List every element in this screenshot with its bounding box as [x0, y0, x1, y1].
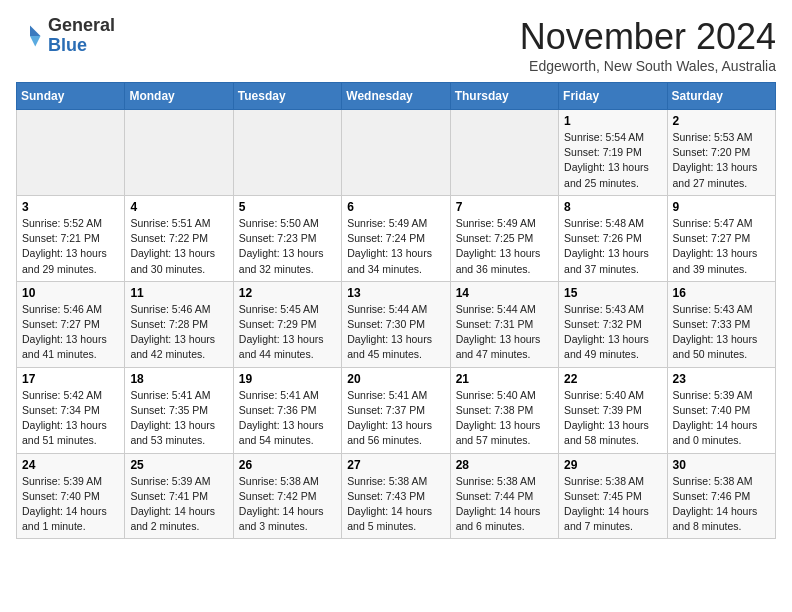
- calendar-cell: 14Sunrise: 5:44 AMSunset: 7:31 PMDayligh…: [450, 281, 558, 367]
- calendar-cell: 27Sunrise: 5:38 AMSunset: 7:43 PMDayligh…: [342, 453, 450, 539]
- day-info: Sunrise: 5:49 AMSunset: 7:25 PMDaylight:…: [456, 216, 553, 277]
- calendar-cell: 15Sunrise: 5:43 AMSunset: 7:32 PMDayligh…: [559, 281, 667, 367]
- day-info: Sunrise: 5:38 AMSunset: 7:42 PMDaylight:…: [239, 474, 336, 535]
- logo-text: General Blue: [48, 16, 115, 56]
- logo: General Blue: [16, 16, 115, 56]
- calendar-cell: 30Sunrise: 5:38 AMSunset: 7:46 PMDayligh…: [667, 453, 775, 539]
- day-info: Sunrise: 5:53 AMSunset: 7:20 PMDaylight:…: [673, 130, 770, 191]
- calendar-cell: [342, 110, 450, 196]
- calendar-cell: 13Sunrise: 5:44 AMSunset: 7:30 PMDayligh…: [342, 281, 450, 367]
- day-info: Sunrise: 5:46 AMSunset: 7:28 PMDaylight:…: [130, 302, 227, 363]
- day-of-week-header: Wednesday: [342, 83, 450, 110]
- day-info: Sunrise: 5:46 AMSunset: 7:27 PMDaylight:…: [22, 302, 119, 363]
- calendar-cell: 20Sunrise: 5:41 AMSunset: 7:37 PMDayligh…: [342, 367, 450, 453]
- day-info: Sunrise: 5:42 AMSunset: 7:34 PMDaylight:…: [22, 388, 119, 449]
- calendar-week-row: 3Sunrise: 5:52 AMSunset: 7:21 PMDaylight…: [17, 195, 776, 281]
- calendar-cell: 4Sunrise: 5:51 AMSunset: 7:22 PMDaylight…: [125, 195, 233, 281]
- location-subtitle: Edgeworth, New South Wales, Australia: [520, 58, 776, 74]
- svg-marker-1: [30, 36, 41, 47]
- calendar-cell: [233, 110, 341, 196]
- calendar-cell: 26Sunrise: 5:38 AMSunset: 7:42 PMDayligh…: [233, 453, 341, 539]
- day-of-week-header: Monday: [125, 83, 233, 110]
- day-number: 20: [347, 372, 444, 386]
- day-number: 9: [673, 200, 770, 214]
- calendar-week-row: 10Sunrise: 5:46 AMSunset: 7:27 PMDayligh…: [17, 281, 776, 367]
- calendar-week-row: 17Sunrise: 5:42 AMSunset: 7:34 PMDayligh…: [17, 367, 776, 453]
- day-number: 22: [564, 372, 661, 386]
- day-info: Sunrise: 5:43 AMSunset: 7:33 PMDaylight:…: [673, 302, 770, 363]
- calendar-cell: 12Sunrise: 5:45 AMSunset: 7:29 PMDayligh…: [233, 281, 341, 367]
- day-info: Sunrise: 5:47 AMSunset: 7:27 PMDaylight:…: [673, 216, 770, 277]
- calendar-header: SundayMondayTuesdayWednesdayThursdayFrid…: [17, 83, 776, 110]
- day-info: Sunrise: 5:45 AMSunset: 7:29 PMDaylight:…: [239, 302, 336, 363]
- day-info: Sunrise: 5:39 AMSunset: 7:40 PMDaylight:…: [22, 474, 119, 535]
- day-number: 10: [22, 286, 119, 300]
- day-number: 16: [673, 286, 770, 300]
- day-number: 1: [564, 114, 661, 128]
- day-info: Sunrise: 5:51 AMSunset: 7:22 PMDaylight:…: [130, 216, 227, 277]
- day-info: Sunrise: 5:50 AMSunset: 7:23 PMDaylight:…: [239, 216, 336, 277]
- calendar-cell: 9Sunrise: 5:47 AMSunset: 7:27 PMDaylight…: [667, 195, 775, 281]
- day-number: 24: [22, 458, 119, 472]
- calendar-cell: 24Sunrise: 5:39 AMSunset: 7:40 PMDayligh…: [17, 453, 125, 539]
- day-number: 4: [130, 200, 227, 214]
- day-info: Sunrise: 5:39 AMSunset: 7:41 PMDaylight:…: [130, 474, 227, 535]
- day-number: 25: [130, 458, 227, 472]
- header-row: SundayMondayTuesdayWednesdayThursdayFrid…: [17, 83, 776, 110]
- day-number: 29: [564, 458, 661, 472]
- calendar-cell: [125, 110, 233, 196]
- day-info: Sunrise: 5:49 AMSunset: 7:24 PMDaylight:…: [347, 216, 444, 277]
- calendar-cell: 28Sunrise: 5:38 AMSunset: 7:44 PMDayligh…: [450, 453, 558, 539]
- day-of-week-header: Tuesday: [233, 83, 341, 110]
- day-info: Sunrise: 5:44 AMSunset: 7:31 PMDaylight:…: [456, 302, 553, 363]
- day-of-week-header: Thursday: [450, 83, 558, 110]
- calendar-cell: 1Sunrise: 5:54 AMSunset: 7:19 PMDaylight…: [559, 110, 667, 196]
- day-number: 19: [239, 372, 336, 386]
- calendar-cell: 8Sunrise: 5:48 AMSunset: 7:26 PMDaylight…: [559, 195, 667, 281]
- day-number: 17: [22, 372, 119, 386]
- day-of-week-header: Friday: [559, 83, 667, 110]
- calendar-cell: 22Sunrise: 5:40 AMSunset: 7:39 PMDayligh…: [559, 367, 667, 453]
- calendar-body: 1Sunrise: 5:54 AMSunset: 7:19 PMDaylight…: [17, 110, 776, 539]
- day-of-week-header: Saturday: [667, 83, 775, 110]
- day-number: 28: [456, 458, 553, 472]
- day-info: Sunrise: 5:38 AMSunset: 7:46 PMDaylight:…: [673, 474, 770, 535]
- day-number: 7: [456, 200, 553, 214]
- calendar-cell: 23Sunrise: 5:39 AMSunset: 7:40 PMDayligh…: [667, 367, 775, 453]
- day-number: 6: [347, 200, 444, 214]
- day-info: Sunrise: 5:54 AMSunset: 7:19 PMDaylight:…: [564, 130, 661, 191]
- day-number: 30: [673, 458, 770, 472]
- day-number: 23: [673, 372, 770, 386]
- day-number: 5: [239, 200, 336, 214]
- day-number: 2: [673, 114, 770, 128]
- calendar-cell: 21Sunrise: 5:40 AMSunset: 7:38 PMDayligh…: [450, 367, 558, 453]
- day-info: Sunrise: 5:41 AMSunset: 7:35 PMDaylight:…: [130, 388, 227, 449]
- calendar-cell: [17, 110, 125, 196]
- day-number: 27: [347, 458, 444, 472]
- day-number: 21: [456, 372, 553, 386]
- calendar-cell: 29Sunrise: 5:38 AMSunset: 7:45 PMDayligh…: [559, 453, 667, 539]
- day-info: Sunrise: 5:44 AMSunset: 7:30 PMDaylight:…: [347, 302, 444, 363]
- day-number: 13: [347, 286, 444, 300]
- day-number: 8: [564, 200, 661, 214]
- calendar-table: SundayMondayTuesdayWednesdayThursdayFrid…: [16, 82, 776, 539]
- calendar-cell: 5Sunrise: 5:50 AMSunset: 7:23 PMDaylight…: [233, 195, 341, 281]
- day-info: Sunrise: 5:40 AMSunset: 7:39 PMDaylight:…: [564, 388, 661, 449]
- calendar-week-row: 24Sunrise: 5:39 AMSunset: 7:40 PMDayligh…: [17, 453, 776, 539]
- svg-marker-0: [30, 25, 41, 36]
- day-info: Sunrise: 5:38 AMSunset: 7:44 PMDaylight:…: [456, 474, 553, 535]
- calendar-cell: 19Sunrise: 5:41 AMSunset: 7:36 PMDayligh…: [233, 367, 341, 453]
- day-number: 3: [22, 200, 119, 214]
- page-header: General Blue November 2024 Edgeworth, Ne…: [16, 16, 776, 74]
- month-title: November 2024: [520, 16, 776, 58]
- day-info: Sunrise: 5:40 AMSunset: 7:38 PMDaylight:…: [456, 388, 553, 449]
- calendar-cell: 11Sunrise: 5:46 AMSunset: 7:28 PMDayligh…: [125, 281, 233, 367]
- calendar-week-row: 1Sunrise: 5:54 AMSunset: 7:19 PMDaylight…: [17, 110, 776, 196]
- day-info: Sunrise: 5:41 AMSunset: 7:37 PMDaylight:…: [347, 388, 444, 449]
- calendar-cell: 3Sunrise: 5:52 AMSunset: 7:21 PMDaylight…: [17, 195, 125, 281]
- day-info: Sunrise: 5:38 AMSunset: 7:45 PMDaylight:…: [564, 474, 661, 535]
- calendar-cell: 25Sunrise: 5:39 AMSunset: 7:41 PMDayligh…: [125, 453, 233, 539]
- day-info: Sunrise: 5:48 AMSunset: 7:26 PMDaylight:…: [564, 216, 661, 277]
- title-section: November 2024 Edgeworth, New South Wales…: [520, 16, 776, 74]
- day-info: Sunrise: 5:52 AMSunset: 7:21 PMDaylight:…: [22, 216, 119, 277]
